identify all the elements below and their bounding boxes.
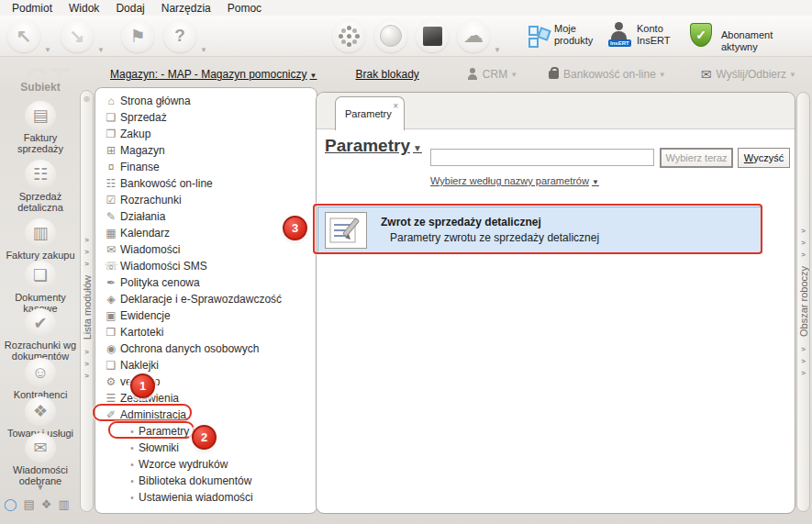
konto-insert-icon[interactable]: InsERT	[607, 22, 631, 48]
dotted-circle-icon	[347, 34, 351, 39]
tree-item-slowniki[interactable]: •Słowniki	[95, 440, 317, 456]
tree-item-dzialania[interactable]: ✎Działania	[95, 208, 317, 225]
sidebar-item-rozrachunki[interactable]: ✔ Rozrachunki wg dokumentów	[0, 308, 81, 362]
close-icon[interactable]: ×	[393, 101, 398, 111]
wyslij-odbierz-button[interactable]: ✉ Wyślij/Odbierz▼	[701, 67, 796, 82]
chevron-icon: >	[84, 358, 89, 370]
help-button[interactable]: ?	[163, 19, 196, 52]
filter-by-name-link[interactable]: Wybierz według nazwy parametrów▼	[430, 175, 599, 186]
sidebar-item-faktury-sprzedazy[interactable]: ▤ Faktury sprzedaży	[0, 101, 81, 154]
chevron-down-icon: ▼	[310, 72, 317, 80]
konto-insert-label[interactable]: KontoInsERT	[637, 23, 670, 47]
help-dropdown-icon[interactable]: ▼	[200, 46, 207, 54]
forward-dropdown-icon[interactable]: ▼	[97, 46, 105, 54]
moje-produkty-icon[interactable]	[528, 24, 552, 48]
tree-item-zakup[interactable]: ❐Zakup	[95, 126, 317, 142]
tree-item-bankowosc[interactable]: ☷Bankowość on-line	[95, 175, 317, 192]
crm-person-icon	[467, 68, 478, 81]
menu-dodaj[interactable]: Dodaj	[107, 1, 152, 16]
tree-item-ustawienia-wiadomosci[interactable]: •Ustawienia wiadomości	[95, 489, 317, 506]
wyczysc-button[interactable]: Wyczyść	[738, 148, 790, 168]
modules-strip[interactable]: ◎ > > > Lista modułów > > >	[80, 90, 94, 512]
tree-item-finanse[interactable]: ¤Finanse	[95, 159, 317, 175]
tree-item-wzorce-wydrukow[interactable]: •Wzorce wydruków	[95, 456, 317, 473]
data-protection-icon: ◉	[102, 342, 120, 355]
cloud-button[interactable]: ☁	[457, 19, 490, 52]
tree-item-naklejki[interactable]: ❑Naklejki	[95, 357, 317, 373]
moje-produkty-label[interactable]: Mojeprodukty	[554, 23, 593, 47]
tree-item-polityka-cenowa[interactable]: ✒Polityka cenowa	[95, 274, 317, 291]
dock-icon-3[interactable]: ▥	[59, 497, 70, 511]
invoices-purchase-icon: ▥	[25, 218, 56, 248]
tree-item-strona-glowna[interactable]: ⌂Strona główna	[95, 93, 317, 109]
main-toolbar: ↖ ▼ ↘ ▼ ⚑ ? ▼ ☁ ▼ Mo	[0, 16, 812, 57]
dock-icon-2[interactable]: ❖	[41, 497, 52, 511]
navigation-tree: ⌂Strona główna ❏Sprzedaż ❐Zakup ⊞Magazyn…	[95, 87, 317, 514]
forward-button[interactable]: ↘	[61, 19, 94, 52]
sidebar-item-kontrahenci[interactable]: ☺ Kontrahenci	[0, 358, 81, 400]
tree-item-parametry[interactable]: •Parametry	[95, 423, 317, 440]
sidebar-item-faktury-zakupu[interactable]: ▥ Faktury zakupu	[0, 218, 81, 261]
banking-icon: ☷	[102, 177, 120, 190]
settlements-icon: ☑	[102, 194, 120, 206]
tree-item-ewidencje[interactable]: ▣Ewidencje	[95, 307, 317, 324]
dock-icon-1[interactable]: ▤	[24, 497, 35, 511]
menu-podmiot[interactable]: Podmiot	[4, 1, 61, 16]
parameter-item-zwrot[interactable]: Zwrot ze sprzedaży detalicznej Parametry…	[317, 206, 762, 253]
changes-button[interactable]	[332, 19, 365, 52]
menu-bar: Podmiot Widok Dodaj Narzędzia Pomoc	[0, 0, 812, 16]
tree-item-magazyn[interactable]: ⊞Magazyn	[95, 142, 317, 159]
app-window: Podmiot Widok Dodaj Narzędzia Pomoc ↖ ▼ …	[0, 0, 812, 524]
menu-pomoc[interactable]: Pomoc	[219, 1, 270, 16]
cloud-icon: ☁	[463, 24, 484, 48]
chevron-icon: >	[84, 370, 89, 382]
flag-button[interactable]: ⚑	[121, 19, 154, 52]
brak-blokady-link[interactable]: Brak blokady	[355, 68, 418, 81]
tree-item-sprzedaz[interactable]: ❏Sprzedaż	[95, 109, 317, 126]
back-button[interactable]: ↖	[7, 19, 40, 52]
tree-item-vendero[interactable]: ⚙vendero	[95, 373, 317, 390]
tree-item-zestawienia[interactable]: ☰Zestawienia	[95, 390, 317, 407]
parameter-search-input[interactable]	[430, 149, 654, 166]
page-title[interactable]: Parametry▼	[325, 136, 422, 156]
tab-label: Parametry	[345, 108, 392, 119]
tree-item-administracja[interactable]: ✐Administracja	[95, 407, 317, 423]
bankowosc-button[interactable]: Bankowość on-line▼	[549, 68, 666, 81]
cube-button[interactable]	[416, 19, 449, 52]
sphere-button[interactable]	[374, 19, 407, 52]
sale-icon: ❏	[102, 111, 120, 124]
tab-parametry[interactable]: Parametry ×	[335, 96, 405, 130]
chevron-icon: >	[801, 367, 806, 379]
subscription-label: Abonament aktywny	[721, 29, 812, 53]
dock-circle-icon[interactable]: ◯	[4, 497, 17, 511]
workspace-strip[interactable]: > > > Obszar roboczy > > >	[796, 92, 810, 512]
chevron-icon: >	[84, 246, 89, 258]
forward-icon: ↘	[70, 25, 85, 47]
sidebar-item-sprzedaz-detaliczna[interactable]: ☷ Sprzedaż detaliczna	[0, 160, 81, 213]
pin-icon[interactable]: ◎	[83, 95, 90, 103]
more-modules-arrow-icon[interactable]: ▼	[0, 483, 81, 492]
declarations-icon: ◈	[102, 293, 120, 306]
sidebar-item-dokumenty-kasowe[interactable]: ❏ Dokumenty kasowe	[0, 261, 81, 314]
tree-item-wiadomosci[interactable]: ✉Wiadomości	[95, 241, 317, 258]
wybierz-teraz-button[interactable]: Wybierz teraz	[660, 148, 733, 168]
tree-item-wiadomosci-sms[interactable]: ☏Wiadomości SMS	[95, 258, 317, 274]
tree-item-ochrona-danych[interactable]: ◉Ochrona danych osobowych	[95, 340, 317, 357]
magazyn-selector-link[interactable]: Magazyn: - MAP - Magazyn pomocniczy▼	[110, 68, 317, 81]
tree-item-deklaracje[interactable]: ◈Deklaracje i e-Sprawozdawczość	[95, 291, 317, 307]
crm-button[interactable]: CRM▼	[467, 68, 517, 81]
finance-icon: ¤	[102, 161, 120, 173]
home-icon: ⌂	[102, 95, 120, 107]
chevron-down-icon: ▼	[659, 71, 666, 79]
menu-narzedzia[interactable]: Narzędzia	[153, 1, 219, 16]
tree-item-rozrachunki[interactable]: ☑Rozrachunki	[95, 192, 317, 208]
menu-widok[interactable]: Widok	[61, 1, 107, 16]
pricing-icon: ✒	[102, 276, 120, 289]
tree-item-kartoteki[interactable]: ❒Kartoteki	[95, 324, 317, 340]
tree-item-biblioteka-dokumentow[interactable]: •Biblioteka dokumentów	[95, 473, 317, 489]
sidebar-item-wiadomosci-odebrane[interactable]: ✉ Wiadomości odebrane	[0, 433, 81, 486]
tree-item-kalendarz[interactable]: ▦Kalendarz	[95, 225, 317, 241]
subscription-shield-icon[interactable]: ✓	[690, 23, 712, 47]
cloud-dropdown-icon[interactable]: ▼	[494, 46, 501, 54]
back-dropdown-icon[interactable]: ▼	[44, 46, 51, 54]
